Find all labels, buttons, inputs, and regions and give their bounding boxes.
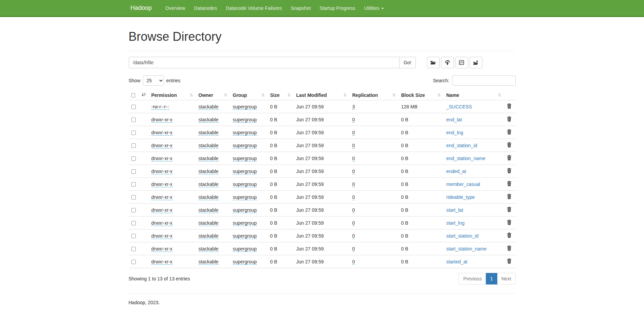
owner-cell[interactable]: stackable <box>199 130 219 136</box>
delete-button[interactable] <box>507 220 512 226</box>
owner-cell[interactable]: stackable <box>199 246 219 252</box>
file-name-link[interactable]: start_lat <box>446 207 463 213</box>
permission-cell[interactable]: drwxr-xr-x <box>151 194 172 200</box>
permission-cell[interactable]: drwxr-xr-x <box>151 182 172 187</box>
search-input[interactable] <box>452 75 516 86</box>
upload-files-button[interactable] <box>441 57 454 68</box>
permission-cell[interactable]: drwxr-xr-x <box>151 233 172 239</box>
row-checkbox[interactable] <box>131 182 136 187</box>
entries-per-page-select[interactable]: 25 <box>143 75 164 86</box>
file-list-button[interactable] <box>455 57 468 68</box>
brand-hadoop[interactable]: Hadoop <box>130 4 157 12</box>
pagination-next[interactable]: Next <box>497 273 516 284</box>
permission-cell[interactable]: drwxr-xr-x <box>151 246 172 252</box>
owner-cell[interactable]: stackable <box>199 156 219 161</box>
replication-cell[interactable]: 3 <box>352 104 355 110</box>
nav-snapshot[interactable]: Snapshot <box>286 0 315 16</box>
group-cell[interactable]: supergroup <box>233 182 257 187</box>
file-name-link[interactable]: end_lng <box>446 130 463 135</box>
create-directory-button[interactable] <box>427 57 440 68</box>
delete-button[interactable] <box>507 129 512 136</box>
delete-button[interactable] <box>507 232 512 239</box>
row-checkbox[interactable] <box>131 131 136 135</box>
row-checkbox[interactable] <box>131 105 136 109</box>
file-name-link[interactable]: start_station_name <box>446 246 487 252</box>
column-header-group[interactable]: Group⇅ <box>230 90 268 100</box>
row-checkbox[interactable] <box>131 118 136 122</box>
column-header-name[interactable]: Name⇅ <box>444 90 504 100</box>
delete-button[interactable] <box>507 155 512 161</box>
file-name-link[interactable]: end_station_id <box>446 143 477 148</box>
replication-cell[interactable]: 0 <box>352 259 355 265</box>
move-to-folder-button[interactable] <box>470 57 482 68</box>
owner-cell[interactable]: stackable <box>199 207 219 213</box>
column-header-owner[interactable]: Owner⇅ <box>196 90 230 100</box>
delete-button[interactable] <box>507 207 512 213</box>
file-name-link[interactable]: ended_at <box>446 169 466 174</box>
owner-cell[interactable]: stackable <box>199 220 219 226</box>
replication-cell[interactable]: 0 <box>352 117 355 123</box>
group-cell[interactable]: supergroup <box>233 169 257 174</box>
file-name-link[interactable]: start_station_id <box>446 233 479 239</box>
replication-cell[interactable]: 0 <box>352 233 355 239</box>
nav-datanodes[interactable]: Datanodes <box>189 0 221 16</box>
select-all-checkbox[interactable] <box>131 93 135 98</box>
permission-cell[interactable]: drwxr-xr-x <box>151 259 172 265</box>
nav-startup-progress[interactable]: Startup Progress <box>315 0 360 16</box>
replication-cell[interactable]: 0 <box>352 207 355 213</box>
go-button[interactable]: Go! <box>400 57 416 68</box>
row-checkbox[interactable] <box>131 247 136 251</box>
group-cell[interactable]: supergroup <box>233 233 257 239</box>
nav-datanode-volume-failures[interactable]: Datanode Volume Failures <box>221 0 286 16</box>
replication-cell[interactable]: 0 <box>352 130 355 136</box>
permission-cell[interactable]: drwxr-xr-x <box>151 220 172 226</box>
nav-utilities-dropdown[interactable]: Utilities <box>360 0 388 16</box>
group-cell[interactable]: supergroup <box>233 246 257 252</box>
delete-button[interactable] <box>507 168 512 174</box>
replication-cell[interactable]: 0 <box>352 156 355 161</box>
owner-cell[interactable]: stackable <box>199 194 219 200</box>
file-name-link[interactable]: member_casual <box>446 182 480 187</box>
row-checkbox[interactable] <box>131 234 136 238</box>
delete-button[interactable] <box>507 258 512 265</box>
file-name-link[interactable]: start_lng <box>446 220 465 226</box>
group-cell[interactable]: supergroup <box>233 207 257 213</box>
file-name-link[interactable]: end_lat <box>446 117 462 122</box>
owner-cell[interactable]: stackable <box>199 182 219 187</box>
row-checkbox[interactable] <box>131 156 136 161</box>
replication-cell[interactable]: 0 <box>352 194 355 200</box>
row-checkbox[interactable] <box>131 195 136 200</box>
delete-button[interactable] <box>507 142 512 149</box>
group-cell[interactable]: supergroup <box>233 220 257 226</box>
column-header-last-modified[interactable]: Last Modified⇅ <box>294 90 350 100</box>
owner-cell[interactable]: stackable <box>199 233 219 239</box>
delete-button[interactable] <box>507 181 512 187</box>
permission-cell[interactable]: drwxr-xr-x <box>151 117 172 123</box>
group-cell[interactable]: supergroup <box>233 259 257 265</box>
replication-cell[interactable]: 0 <box>352 220 355 226</box>
pagination-previous[interactable]: Previous <box>459 273 485 284</box>
replication-cell[interactable]: 0 <box>352 143 355 149</box>
pagination-page-1[interactable]: 1 <box>486 273 497 284</box>
column-header-replication[interactable]: Replication⇅ <box>350 90 399 100</box>
permission-cell[interactable]: drwxr-xr-x <box>151 143 172 149</box>
file-name-link[interactable]: rideable_type <box>446 194 475 200</box>
column-header-permission[interactable]: Permission⇅ <box>149 90 196 100</box>
replication-cell[interactable]: 0 <box>352 182 355 187</box>
permission-cell[interactable]: drwxr-xr-x <box>151 130 172 136</box>
sort-active-icon[interactable] <box>142 92 146 98</box>
permission-cell[interactable]: drwxr-xr-x <box>151 169 172 174</box>
group-cell[interactable]: supergroup <box>233 130 257 136</box>
owner-cell[interactable]: stackable <box>199 259 219 265</box>
group-cell[interactable]: supergroup <box>233 117 257 123</box>
group-cell[interactable]: supergroup <box>233 156 257 161</box>
group-cell[interactable]: supergroup <box>233 143 257 149</box>
row-checkbox[interactable] <box>131 143 136 148</box>
row-checkbox[interactable] <box>131 221 136 225</box>
file-name-link[interactable]: end_station_name <box>446 156 485 161</box>
owner-cell[interactable]: stackable <box>199 169 219 174</box>
row-checkbox[interactable] <box>131 260 136 264</box>
permission-cell[interactable]: drwxr-xr-x <box>151 156 172 161</box>
permission-cell[interactable]: drwxr-xr-x <box>151 207 172 213</box>
row-checkbox[interactable] <box>131 169 136 174</box>
